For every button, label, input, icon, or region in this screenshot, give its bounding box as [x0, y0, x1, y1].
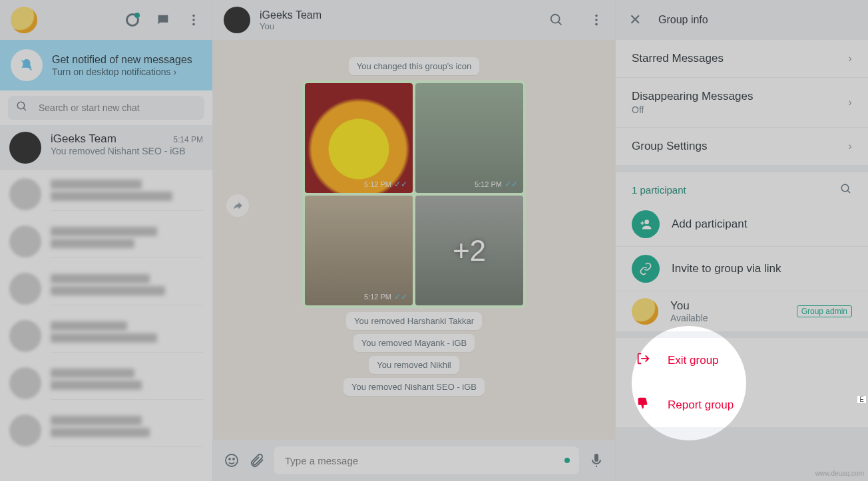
notification-title: Get notified of new messages — [52, 53, 192, 67]
search-participants-icon[interactable] — [840, 183, 852, 197]
image-thumbnail[interactable]: 5:12 PM✓✓ — [305, 196, 413, 305]
user-avatar[interactable] — [11, 7, 37, 33]
close-icon[interactable]: ✕ — [629, 11, 641, 29]
attach-icon[interactable] — [249, 452, 265, 468]
status-icon[interactable] — [124, 12, 140, 28]
svg-point-11 — [229, 458, 230, 460]
chat-time: 5:14 PM — [173, 135, 203, 144]
admin-badge: Group admin — [797, 305, 852, 317]
report-group-row[interactable]: Report group — [616, 383, 868, 427]
chevron-right-icon: › — [848, 140, 852, 153]
chat-pane: iGeeks Team You You changed this group's… — [213, 0, 615, 481]
chat-name: iGeeks Team — [51, 132, 116, 146]
chat-list-item[interactable] — [0, 359, 212, 406]
image-thumbnail[interactable]: 5:12 PM✓✓ — [305, 83, 413, 193]
forward-icon[interactable] — [226, 194, 249, 217]
chat-list-item[interactable]: iGeeks Team 5:14 PM You removed Nishant … — [0, 125, 212, 170]
message-list: You changed this group's icon 5:12 PM✓✓ … — [213, 40, 615, 440]
svg-line-14 — [847, 190, 850, 193]
new-chat-icon[interactable] — [155, 12, 171, 28]
svg-point-9 — [595, 23, 598, 26]
svg-point-1 — [192, 19, 195, 21]
participant-avatar — [632, 298, 658, 325]
search-row — [0, 90, 212, 125]
svg-point-12 — [233, 458, 234, 460]
chat-list-item[interactable] — [0, 265, 212, 312]
watermark: www.deuaq.com — [815, 470, 864, 477]
add-participant-row[interactable]: Add participant — [616, 202, 868, 247]
chat-list-item[interactable] — [0, 406, 212, 454]
exit-icon — [636, 351, 650, 369]
message-input[interactable] — [274, 446, 579, 474]
disappearing-messages-row[interactable]: Disappearing Messages Off › — [616, 78, 868, 128]
chat-list-item[interactable] — [0, 218, 212, 265]
svg-point-0 — [192, 15, 195, 17]
menu-icon[interactable] — [186, 12, 202, 28]
participant-name: You — [670, 299, 785, 313]
composer — [213, 440, 615, 481]
search-input[interactable] — [39, 102, 196, 113]
system-message: You changed this group's icon — [349, 57, 480, 75]
system-message: You removed Nikhil — [369, 356, 459, 374]
exit-group-row[interactable]: Exit group — [616, 338, 868, 383]
group-avatar — [224, 7, 250, 33]
panel-title: Group info — [658, 14, 708, 26]
sidebar-header — [0, 0, 212, 40]
thumbs-down-icon — [636, 396, 650, 414]
system-message: You removed Harshanki Takkar — [346, 312, 482, 330]
group-info-panel: ✕ Group info Starred Messages › Disappea… — [615, 0, 868, 481]
chat-preview: You removed Nishant SEO - iGB — [51, 146, 203, 156]
typing-indicator-dot — [564, 458, 570, 463]
svg-line-4 — [23, 108, 26, 110]
svg-point-5 — [551, 15, 560, 23]
emoji-icon[interactable] — [224, 452, 240, 468]
left-sidebar: Get notified of new messages Turn on des… — [0, 0, 213, 481]
notification-link[interactable]: Turn on desktop notifications › — [52, 67, 192, 77]
chat-list-item[interactable] — [0, 170, 212, 218]
system-message: You removed Mayank - iGB — [353, 334, 475, 352]
edge-letter: E — [857, 395, 867, 404]
svg-point-7 — [595, 15, 598, 17]
panel-header: ✕ Group info — [616, 0, 868, 40]
add-person-icon — [632, 210, 660, 238]
search-in-chat-icon[interactable] — [548, 12, 564, 28]
chat-list-item[interactable] — [0, 312, 212, 359]
chat-list: iGeeks Team 5:14 PM You removed Nishant … — [0, 125, 212, 481]
group-settings-row[interactable]: Group Settings › — [616, 128, 868, 166]
chevron-right-icon: › — [173, 67, 176, 77]
chat-title: iGeeks Team — [260, 9, 322, 21]
image-thumbnail[interactable]: 5:12 PM✓✓ — [415, 83, 523, 193]
svg-point-3 — [17, 102, 25, 109]
participants-count: 1 participant — [632, 184, 686, 196]
invite-link-row[interactable]: Invite to group via link — [616, 247, 868, 291]
more-count: +2 — [453, 234, 486, 267]
participant-row[interactable]: You Available Group admin — [616, 291, 868, 331]
svg-point-13 — [841, 184, 849, 192]
participant-status: Available — [670, 313, 785, 323]
chat-avatar — [9, 132, 41, 164]
notification-banner[interactable]: Get notified of new messages Turn on des… — [0, 40, 212, 90]
image-message[interactable]: 5:12 PM✓✓ 5:12 PM✓✓ 5:12 PM✓✓ +2 — [302, 80, 526, 308]
chevron-right-icon: › — [848, 96, 852, 109]
search-icon — [16, 100, 28, 115]
svg-point-2 — [192, 23, 195, 26]
svg-point-15 — [644, 220, 649, 224]
svg-line-6 — [558, 22, 562, 25]
chat-subtitle: You — [260, 21, 322, 31]
bell-off-icon — [11, 49, 43, 81]
starred-messages-row[interactable]: Starred Messages › — [616, 40, 868, 78]
link-icon — [632, 255, 660, 283]
chat-menu-icon[interactable] — [588, 12, 604, 28]
image-thumbnail-more[interactable]: +2 — [415, 196, 523, 305]
svg-point-8 — [595, 19, 598, 21]
system-message: You removed Nishant SEO - iGB — [343, 378, 485, 396]
chat-header[interactable]: iGeeks Team You — [213, 0, 615, 40]
mic-icon[interactable] — [588, 452, 604, 468]
svg-point-10 — [226, 454, 238, 466]
chevron-right-icon: › — [848, 52, 852, 65]
